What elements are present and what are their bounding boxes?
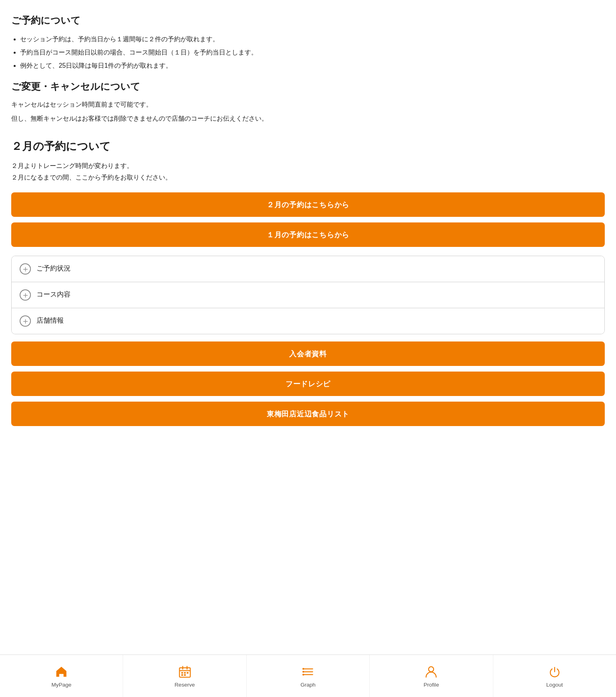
february-reservation-button[interactable]: ２月の予約はこちらから <box>11 192 605 217</box>
bottom-buttons-section: 入会者資料 フードレシピ 東梅田店近辺食品リスト <box>11 341 605 426</box>
member-materials-button[interactable]: 入会者資料 <box>11 341 605 366</box>
rule-item-1: セッション予約は、予約当日から１週間毎に２件の予約が取れます。 <box>20 34 605 45</box>
february-text-1: ２月よりトレーニング時間が変わります。 ２月になるまでの間、ここから予約をお取り… <box>11 160 605 184</box>
accordion-item-store-info[interactable]: ＋ 店舗情報 <box>12 308 604 334</box>
accordion-plus-icon-3: ＋ <box>20 315 31 327</box>
rule-item-2: 予約当日がコース開始日以前の場合、コース開始日（１日）を予約当日とします。 <box>20 47 605 59</box>
food-recipe-button[interactable]: フードレシピ <box>11 372 605 396</box>
accordion-item-course-content[interactable]: ＋ コース内容 <box>12 282 604 308</box>
cancel-text-1: キャンセルはセッション時間直前まで可能です。 <box>11 99 605 111</box>
accordion-plus-icon-1: ＋ <box>20 263 31 275</box>
accordion-container: ＋ ご予約状況 ＋ コース内容 ＋ 店舗情報 <box>11 256 605 334</box>
section1-title: ご予約について <box>11 13 605 28</box>
january-reservation-button[interactable]: １月の予約はこちらから <box>11 222 605 247</box>
section2-title: ご変更・キャンセルについて <box>11 79 605 94</box>
accordion-label-1: ご予約状況 <box>36 263 71 274</box>
accordion-item-reservation-status[interactable]: ＋ ご予約状況 <box>12 256 604 282</box>
section3-title: ２月の予約について <box>11 137 605 155</box>
accordion-label-3: 店舗情報 <box>36 315 64 326</box>
cancel-text-2: 但し、無断キャンセルはお客様では削除できませんので店舗のコーチにお伝えください。 <box>11 113 605 125</box>
reservation-rules: セッション予約は、予約当日から１週間毎に２件の予約が取れます。 予約当日がコース… <box>11 34 605 71</box>
food-list-button[interactable]: 東梅田店近辺食品リスト <box>11 402 605 426</box>
accordion-plus-icon-2: ＋ <box>20 289 31 301</box>
accordion-label-2: コース内容 <box>36 289 71 300</box>
rule-item-3: 例外として、25日以降は毎日1件の予約が取れます。 <box>20 60 605 72</box>
